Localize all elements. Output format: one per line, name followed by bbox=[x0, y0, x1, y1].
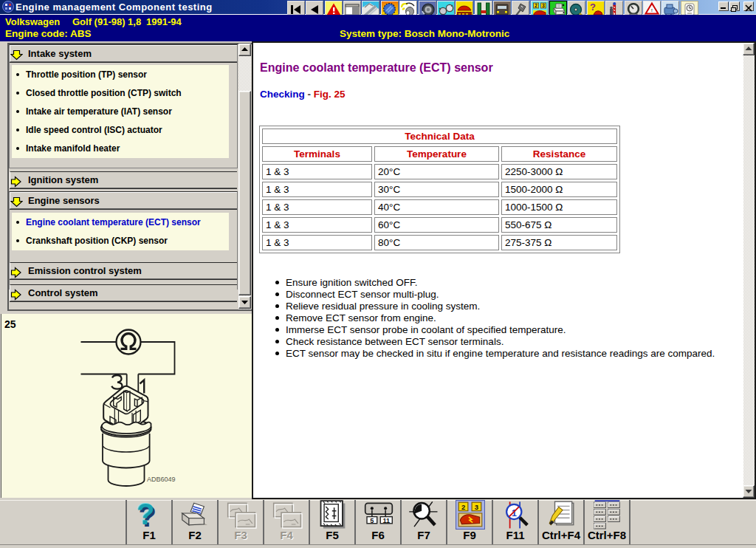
svg-text:3: 3 bbox=[542, 3, 545, 8]
svg-text:5: 5 bbox=[370, 517, 374, 524]
svg-text:3: 3 bbox=[475, 503, 478, 511]
svg-text:2: 2 bbox=[535, 3, 537, 8]
svg-text:11: 11 bbox=[382, 517, 390, 524]
svg-text:?: ? bbox=[590, 1, 596, 13]
svg-text:!: ! bbox=[651, 8, 653, 13]
svg-text:2: 2 bbox=[461, 503, 465, 511]
